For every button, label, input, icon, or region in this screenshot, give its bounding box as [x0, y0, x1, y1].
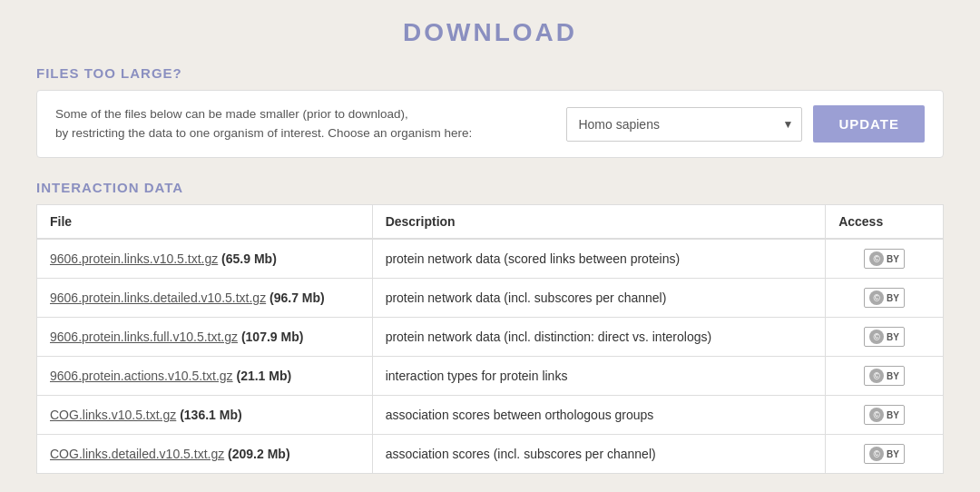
col-header-file: File: [37, 205, 373, 240]
file-size: (136.1 Mb): [176, 408, 241, 422]
filter-controls: Homo sapiens Mus musculus Rattus norvegi…: [566, 105, 925, 143]
file-description: association scores between orthologous g…: [372, 396, 826, 435]
file-description: association scores (incl. subscores per …: [372, 435, 826, 474]
file-size: (96.7 Mb): [266, 290, 325, 305]
cc-icon: ©: [869, 408, 884, 422]
access-cell: © BY: [826, 239, 944, 279]
cc-icon: ©: [869, 251, 884, 266]
access-cell: © BY: [826, 318, 944, 357]
access-cell: © BY: [826, 435, 944, 474]
cc-by-text: BY: [887, 254, 899, 264]
table-row: 9606.protein.actions.v10.5.txt.gz (21.1 …: [37, 357, 944, 396]
filter-description: Some of the files below can be made smal…: [55, 105, 472, 143]
table-row: COG.links.detailed.v10.5.txt.gz (209.2 M…: [37, 435, 944, 474]
access-cell: © BY: [826, 396, 944, 435]
page-title: DOWNLOAD: [36, 18, 944, 47]
col-header-access: Access: [826, 205, 944, 240]
file-link[interactable]: 9606.protein.links.v10.5.txt.gz: [50, 251, 218, 266]
interaction-data-heading: INTERACTION DATA: [36, 180, 944, 195]
cc-by-text: BY: [887, 332, 899, 342]
cc-badge[interactable]: © BY: [864, 366, 905, 386]
cc-badge[interactable]: © BY: [864, 405, 905, 425]
file-description: protein network data (incl. subscores pe…: [372, 279, 826, 318]
cc-badge[interactable]: © BY: [864, 288, 905, 308]
file-size: (65.9 Mb): [218, 251, 277, 266]
file-link[interactable]: 9606.protein.links.full.v10.5.txt.gz: [50, 330, 238, 344]
col-header-description: Description: [372, 205, 826, 240]
cc-icon: ©: [869, 330, 884, 344]
organism-select-wrapper: Homo sapiens Mus musculus Rattus norvegi…: [566, 107, 802, 142]
filter-box: Some of the files below can be made smal…: [36, 90, 944, 158]
organism-select[interactable]: Homo sapiens Mus musculus Rattus norvegi…: [566, 107, 802, 142]
cc-by-text: BY: [887, 293, 899, 303]
cc-by-text: BY: [887, 371, 899, 381]
cc-badge[interactable]: © BY: [864, 444, 905, 464]
file-description: protein network data (incl. distinction:…: [372, 318, 826, 357]
cc-by-text: BY: [887, 449, 899, 459]
table-row: 9606.protein.links.v10.5.txt.gz (65.9 Mb…: [37, 239, 944, 279]
table-row: COG.links.v10.5.txt.gz (136.1 Mb)associa…: [37, 396, 944, 435]
file-link[interactable]: 9606.protein.links.detailed.v10.5.txt.gz: [50, 290, 266, 305]
cc-by-text: BY: [887, 410, 899, 420]
update-button[interactable]: UPDATE: [813, 105, 925, 143]
table-row: 9606.protein.links.detailed.v10.5.txt.gz…: [37, 279, 944, 318]
table-header-row: File Description Access: [37, 205, 944, 240]
access-cell: © BY: [826, 357, 944, 396]
file-size: (209.2 Mb): [224, 447, 289, 461]
cc-badge[interactable]: © BY: [864, 249, 905, 269]
access-cell: © BY: [826, 279, 944, 318]
cc-icon: ©: [869, 290, 884, 305]
file-description: interaction types for protein links: [372, 357, 826, 396]
cc-badge[interactable]: © BY: [864, 327, 905, 347]
file-link[interactable]: COG.links.v10.5.txt.gz: [50, 408, 176, 422]
files-too-large-heading: FILES TOO LARGE?: [36, 65, 944, 81]
file-link[interactable]: 9606.protein.actions.v10.5.txt.gz: [50, 369, 233, 383]
cc-icon: ©: [869, 447, 884, 461]
file-description: protein network data (scored links betwe…: [372, 239, 826, 279]
table-row: 9606.protein.links.full.v10.5.txt.gz (10…: [37, 318, 944, 357]
file-link[interactable]: COG.links.detailed.v10.5.txt.gz: [50, 447, 224, 461]
file-size: (107.9 Mb): [238, 330, 303, 344]
file-size: (21.1 Mb): [233, 369, 292, 383]
interaction-data-table: File Description Access 9606.protein.lin…: [36, 204, 944, 474]
cc-icon: ©: [869, 369, 884, 383]
